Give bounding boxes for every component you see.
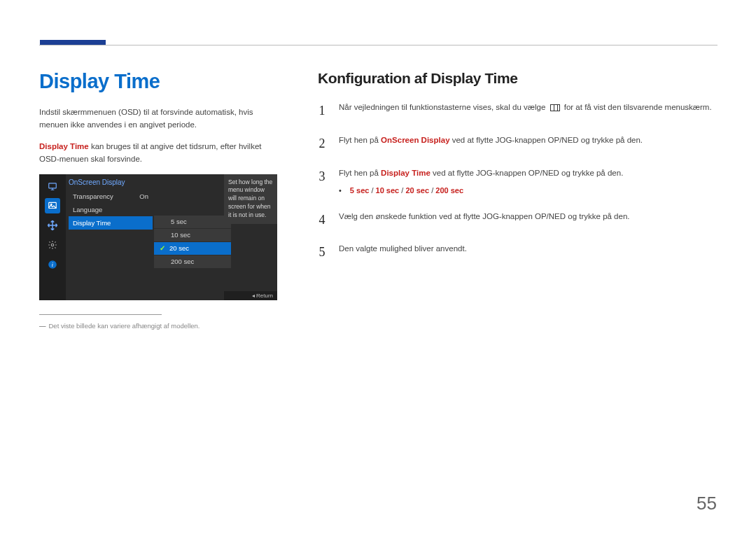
onscreen-display-term: OnScreen Display	[381, 136, 449, 144]
config-title: Konfiguration af Display Time	[318, 70, 717, 87]
step-body: Flyt hen på Display Time ved at flytte J…	[339, 167, 717, 197]
step-1: 1 Når vejledningen til funktionstasterne…	[318, 101, 717, 121]
footnote: ―Det viste billede kan variere afhængigt…	[39, 322, 277, 330]
osd-item-label: Display Time	[73, 219, 111, 227]
osd-submenu: 5 sec 10 sec ✓20 sec 200 sec	[154, 216, 231, 269]
osd-row-display-time: Display Time	[69, 216, 153, 230]
step-4: 4 Vælg den ønskede funktion ved at flytt…	[318, 210, 717, 230]
svg-point-3	[51, 244, 54, 246]
osd-item-label: Language	[73, 206, 102, 213]
page-number: 55	[696, 493, 717, 514]
osd-option-200sec: 200 sec	[154, 255, 231, 269]
osd-row-transparency: Transparency On	[69, 190, 153, 203]
options-list: 5 sec / 10 sec / 20 sec / 200 sec	[350, 185, 463, 197]
right-column: Konfiguration af Display Time 1 Når vejl…	[318, 70, 717, 330]
left-column: Display Time Indstil skærmmenuen (OSD) t…	[39, 70, 277, 330]
step-body: Når vejledningen til funktionstasterne v…	[339, 101, 717, 121]
osd-menu-list: Transparency On Language Display Time	[69, 190, 153, 230]
osd-help-panel: Set how long the menu window will remain…	[224, 174, 277, 224]
step-body: Flyt hen på OnScreen Display ved at flyt…	[339, 134, 717, 154]
svg-rect-0	[49, 183, 57, 188]
osd-screenshot: i OnScreen Display Transparency On Langu…	[39, 174, 277, 300]
options-bullet: • 5 sec / 10 sec / 20 sec / 200 sec	[339, 185, 717, 197]
step-number: 1	[318, 101, 326, 121]
check-icon: ✓	[160, 244, 165, 252]
display-time-term: Display Time	[381, 169, 430, 177]
step-2: 2 Flyt hen på OnScreen Display ved at fl…	[318, 134, 717, 154]
section-title: Display Time	[39, 70, 277, 93]
step-body: Den valgte mulighed bliver anvendt.	[339, 242, 717, 262]
osd-option-20sec: ✓20 sec	[154, 242, 231, 255]
monitor-icon	[45, 178, 60, 194]
osd-option-5sec: 5 sec	[154, 216, 231, 229]
step-number: 3	[318, 167, 326, 197]
top-divider	[39, 45, 718, 45]
osd-item-label: Transparency	[73, 192, 113, 200]
step-5: 5 Den valgte mulighed bliver anvendt.	[318, 242, 717, 262]
bullet-dot: •	[339, 185, 342, 197]
desc-paragraph: Display Time kan bruges til at angive de…	[39, 140, 277, 166]
steps-list: 1 Når vejledningen til funktionstasterne…	[318, 101, 717, 262]
picture-icon	[45, 198, 60, 213]
intro-paragraph: Indstil skærmmenuen (OSD) til at forsvin…	[39, 106, 277, 132]
menu-button-icon	[550, 104, 560, 111]
osd-return-bar: ◂ Return	[224, 291, 277, 300]
step-number: 2	[318, 134, 326, 154]
gear-icon	[45, 237, 60, 253]
footnote-dash: ―	[39, 322, 46, 330]
step-number: 4	[318, 210, 326, 230]
footnote-divider	[39, 314, 162, 315]
step-number: 5	[318, 242, 326, 262]
osd-item-value: On	[139, 192, 148, 200]
osd-option-10sec: 10 sec	[154, 229, 231, 242]
osd-row-language: Language	[69, 203, 153, 216]
display-time-term: Display Time	[39, 142, 89, 150]
step-body: Vælg den ønskede funktion ved at flytte …	[339, 210, 717, 230]
arrows-icon	[45, 218, 60, 233]
info-icon: i	[45, 257, 60, 272]
osd-sidebar: i	[39, 174, 66, 300]
page-content: Display Time Indstil skærmmenuen (OSD) t…	[39, 70, 717, 330]
step-3: 3 Flyt hen på Display Time ved at flytte…	[318, 167, 717, 197]
footnote-text: Det viste billede kan variere afhængigt …	[49, 322, 200, 330]
